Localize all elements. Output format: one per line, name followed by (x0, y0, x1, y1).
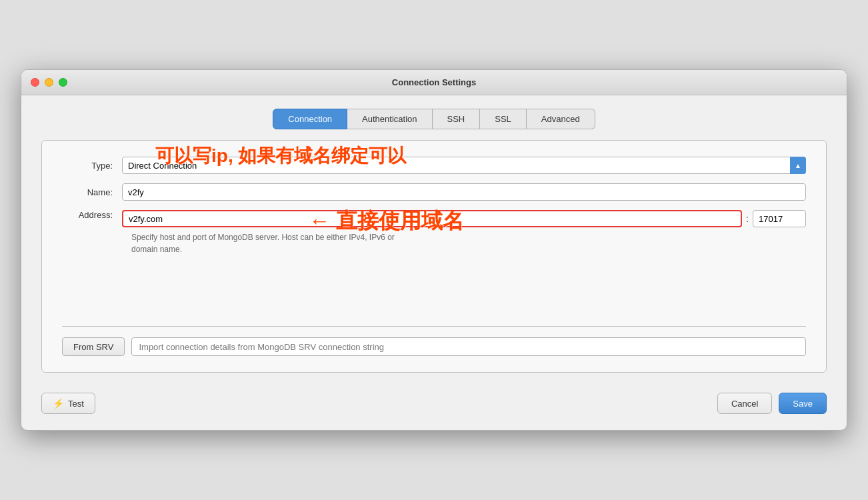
name-label: Name: (62, 187, 122, 197)
tab-ssh[interactable]: SSH (433, 109, 481, 129)
tab-connection[interactable]: Connection (273, 109, 347, 129)
type-select-wrapper: Direct Connection 可以写ip, 如果有域名绑定可以 (122, 157, 806, 174)
hint-line2: domain name. (131, 245, 182, 254)
tab-ssl[interactable]: SSL (480, 109, 527, 129)
name-input[interactable] (122, 183, 806, 201)
type-select[interactable]: Direct Connection (122, 157, 806, 174)
address-row: Address: : ← 直接使用域名 (62, 210, 806, 227)
type-label: Type: (62, 161, 122, 171)
form-panel: Type: Direct Connection 可以写ip, 如果有域名绑定可以… (41, 140, 827, 373)
maximize-button[interactable] (59, 78, 67, 87)
close-button[interactable] (31, 78, 39, 87)
form-divider (62, 326, 806, 327)
connection-settings-window: Connection Settings Connection Authentic… (21, 69, 847, 431)
address-label: Address: (62, 210, 122, 220)
tab-authentication[interactable]: Authentication (347, 109, 432, 129)
content-area: Connection Authentication SSH SSL Advanc… (21, 95, 847, 430)
tab-advanced[interactable]: Advanced (527, 109, 595, 129)
tab-bar: Connection Authentication SSH SSL Advanc… (41, 109, 827, 129)
test-button[interactable]: ⚡ Test (41, 393, 95, 414)
titlebar: Connection Settings (21, 70, 847, 95)
minimize-button[interactable] (45, 78, 53, 87)
address-host-input[interactable] (122, 210, 742, 227)
test-label: Test (68, 399, 84, 409)
hint-line1: Specify host and port of MongoDB server.… (131, 233, 395, 242)
footer: ⚡ Test Cancel Save (41, 383, 827, 417)
address-hint: Specify host and port of MongoDB server.… (131, 231, 806, 255)
from-srv-button[interactable]: From SRV (62, 337, 125, 356)
empty-space (62, 262, 806, 315)
test-icon: ⚡ (53, 398, 64, 409)
save-button[interactable]: Save (779, 393, 827, 414)
footer-right: Cancel Save (717, 393, 827, 414)
address-inputs: : ← 直接使用域名 (122, 210, 806, 227)
address-colon: : (746, 213, 749, 224)
name-row: Name: (62, 183, 806, 201)
window-title: Connection Settings (392, 77, 476, 87)
cancel-button[interactable]: Cancel (717, 393, 772, 414)
srv-row: From SRV (62, 337, 806, 356)
srv-input[interactable] (131, 337, 806, 356)
address-port-input[interactable] (753, 210, 806, 227)
type-row: Type: Direct Connection 可以写ip, 如果有域名绑定可以 (62, 157, 806, 174)
traffic-lights (31, 78, 67, 87)
